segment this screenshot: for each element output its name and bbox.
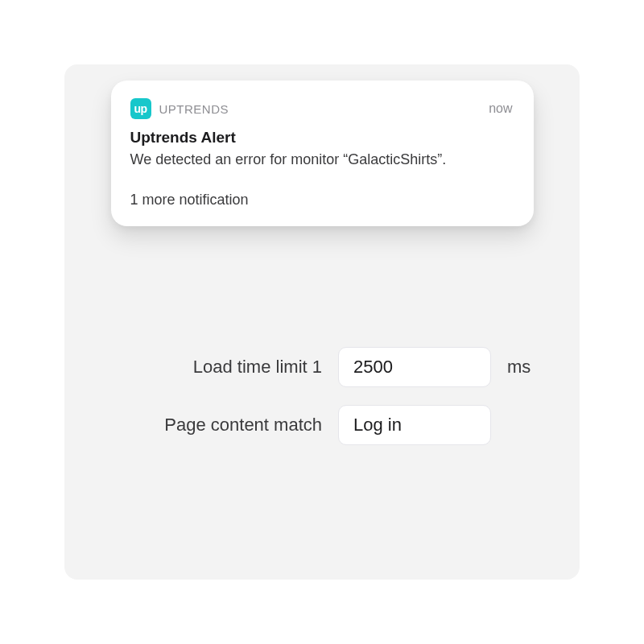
settings-area: Load time limit 1 ms Page content match — [64, 347, 580, 445]
notification-header: up UPTRENDS now — [130, 98, 513, 119]
content-match-row: Page content match — [97, 405, 531, 445]
notification-timestamp: now — [489, 101, 512, 116]
load-time-input[interactable] — [338, 347, 491, 387]
load-time-row: Load time limit 1 ms — [97, 347, 531, 387]
settings-panel: up UPTRENDS now Uptrends Alert We detect… — [64, 64, 580, 580]
content-match-label: Page content match — [97, 415, 322, 436]
notification-body: We detected an error for monitor “Galact… — [130, 150, 513, 169]
content-match-input[interactable] — [338, 405, 491, 445]
uptrends-logo-icon: up — [130, 98, 151, 119]
load-time-unit: ms — [507, 357, 530, 378]
notification-title: Uptrends Alert — [130, 129, 513, 147]
load-time-label: Load time limit 1 — [97, 357, 322, 378]
notification-card[interactable]: up UPTRENDS now Uptrends Alert We detect… — [111, 80, 534, 226]
notification-app-name: UPTRENDS — [159, 102, 229, 116]
notification-more-count: 1 more notification — [130, 192, 513, 208]
